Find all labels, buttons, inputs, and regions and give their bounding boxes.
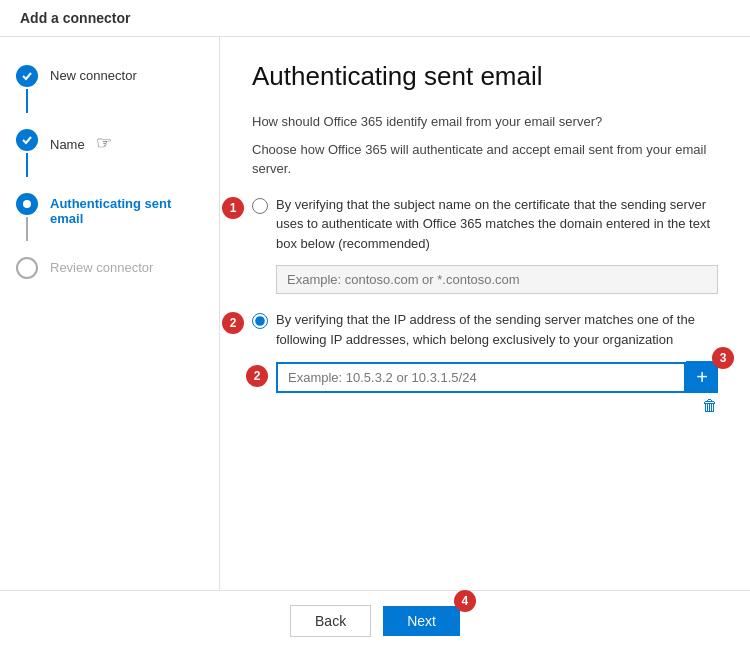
step-circle-4 xyxy=(16,257,38,279)
sidebar-step-authenticating: Authenticating sent email xyxy=(0,185,219,249)
back-button[interactable]: Back xyxy=(290,605,371,637)
add-ip-button[interactable]: + xyxy=(686,361,718,393)
add-button-wrapper: 3 + xyxy=(686,361,718,393)
step-line-3 xyxy=(26,217,28,241)
radio-option1-input[interactable] xyxy=(252,198,268,214)
option2-container: 2 By verifying that the IP address of th… xyxy=(252,310,718,415)
content-area: Authenticating sent email How should Off… xyxy=(220,37,750,590)
page-header: Add a connector xyxy=(0,0,750,37)
radio-option2-input[interactable] xyxy=(252,313,268,329)
content-title: Authenticating sent email xyxy=(252,61,718,92)
step-label-3: Authenticating sent email xyxy=(50,193,203,226)
option1-container: 1 By verifying that the subject name on … xyxy=(252,195,718,295)
annotation-badge-4: 4 xyxy=(454,590,476,612)
step-indicator-4 xyxy=(16,257,38,279)
description-2: Choose how Office 365 will authenticate … xyxy=(252,140,718,179)
annotation-badge-2b: 2 xyxy=(246,365,268,387)
step-line-1 xyxy=(26,89,28,113)
ip-input[interactable] xyxy=(276,362,686,393)
next-button-wrapper: 4 Next xyxy=(383,606,460,636)
header-title: Add a connector xyxy=(20,10,130,26)
next-button[interactable]: Next xyxy=(383,606,460,636)
step-indicator-1 xyxy=(16,65,38,113)
description-1: How should Office 365 identify email fro… xyxy=(252,112,718,132)
sidebar-step-new-connector: New connector xyxy=(0,57,219,121)
step-label-2: Name ☞ xyxy=(50,129,112,154)
step-label-4: Review connector xyxy=(50,257,153,275)
step-line-2 xyxy=(26,153,28,177)
delete-icon[interactable]: 🗑 xyxy=(702,397,718,415)
cursor-icon: ☞ xyxy=(96,132,112,154)
annotation-badge-3: 3 xyxy=(712,347,734,369)
ip-input-row: 2 3 + xyxy=(276,361,718,393)
radio-option-2: By verifying that the IP address of the … xyxy=(252,310,718,349)
annotation-badge-2: 2 xyxy=(222,312,244,334)
step-circle-1 xyxy=(16,65,38,87)
annotation-badge-1: 1 xyxy=(222,197,244,219)
sidebar-step-review: Review connector xyxy=(0,249,219,287)
sidebar: New connector Name ☞ Authent xyxy=(0,37,220,590)
radio-option-1: By verifying that the subject name on th… xyxy=(252,195,718,254)
step-circle-3 xyxy=(16,193,38,215)
step-indicator-2 xyxy=(16,129,38,177)
domain-input-row xyxy=(276,265,718,294)
main-layout: New connector Name ☞ Authent xyxy=(0,37,750,590)
radio-option1-label: By verifying that the subject name on th… xyxy=(276,195,718,254)
sidebar-step-name: Name ☞ xyxy=(0,121,219,185)
domain-input[interactable] xyxy=(276,265,718,294)
footer: Back 4 Next xyxy=(0,590,750,650)
delete-row: 🗑 xyxy=(276,397,718,415)
step-indicator-3 xyxy=(16,193,38,241)
step-label-1: New connector xyxy=(50,65,137,83)
step-circle-2 xyxy=(16,129,38,151)
radio-option2-label: By verifying that the IP address of the … xyxy=(276,310,718,349)
svg-point-0 xyxy=(23,200,31,208)
